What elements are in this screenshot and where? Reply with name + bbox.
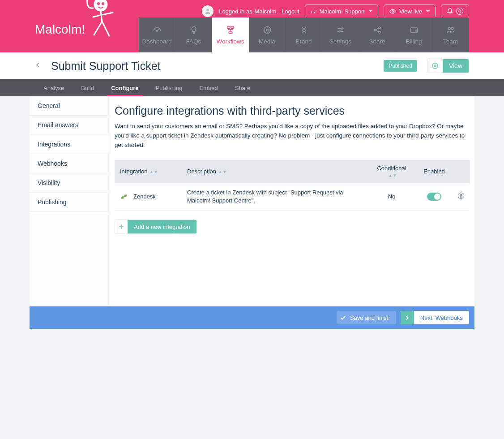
subnav-publishing[interactable]: Publishing [147,79,191,96]
col-enabled: Enabled [416,160,452,183]
svg-point-4 [392,10,394,12]
support-dropdown[interactable]: Malcolm! Support [305,4,378,18]
nav-billing[interactable]: Billing [396,17,432,52]
svg-point-19 [432,63,438,69]
eye-icon [389,8,396,15]
plus-icon [115,220,128,233]
logout-link[interactable]: Logout [282,8,299,15]
next-button[interactable]: Next: Webhooks [401,311,469,324]
svg-rect-8 [229,31,232,33]
nav-brand[interactable]: Brand [286,17,322,52]
login-status: Logged in as Malcolm [219,8,276,15]
nav-workflows[interactable]: Workflows [212,17,249,52]
subnav-configure[interactable]: Configure [103,79,147,96]
eye-icon [427,59,443,73]
title-bar: Submit Support Ticket Published View [0,52,504,79]
integration-name[interactable]: Zendesk [133,193,156,200]
username-link[interactable]: Malcolm [255,8,276,15]
sidebar-general[interactable]: General [30,96,110,116]
nav-label: Media [259,38,275,45]
wallet-icon [410,26,419,34]
nav-label: Dashboard [142,38,171,45]
enabled-toggle[interactable] [427,193,441,201]
col-integration[interactable]: Integration▲▼ [115,160,182,183]
sort-icon: ▲▼ [149,171,158,173]
team-icon [446,26,455,34]
svg-point-1 [97,2,100,5]
col-label: Conditional [377,165,406,172]
col-label: Description [187,168,216,175]
sort-icon: ▲▼ [388,174,397,176]
svg-point-17 [448,27,450,30]
sidebar-email[interactable]: Email answers [30,116,110,135]
svg-rect-7 [231,26,233,28]
sidebar-visibility[interactable]: Visibility [30,173,110,193]
nav-media[interactable]: Media [249,17,286,52]
chevron-right-icon [401,311,414,324]
add-integration-button[interactable]: Add a new integration [115,220,197,234]
nav-team[interactable]: Team [432,17,469,52]
nav-share[interactable]: Share [359,17,396,52]
check-icon [337,314,350,321]
delete-button[interactable] [457,194,465,201]
nav-dashboard[interactable]: Dashboard [139,17,175,52]
svg-rect-6 [227,26,230,28]
monkey-icon [81,0,125,55]
next-button-label: Next: Webhooks [414,314,469,321]
col-label: Integration [120,168,147,175]
save-button[interactable]: Save and finish [337,311,396,324]
svg-point-20 [434,65,436,67]
chevron-down-icon [369,10,372,12]
notifications-button[interactable]: 0 [441,4,469,18]
nav-label: FAQs [186,38,201,45]
subnav-share[interactable]: Share [226,79,259,96]
sliders-icon [336,26,345,34]
logged-in-prefix: Logged in as [219,8,252,15]
nav-label: Workflows [216,38,244,45]
sidebar-publishing[interactable]: Publishing [30,193,110,212]
subnav-build[interactable]: Build [73,79,103,96]
support-dropdown-label: Malcolm! Support [320,8,365,15]
svg-point-11 [341,28,342,29]
integrations-table: Integration▲▼ Description▲▼ Conditional▲… [115,160,470,211]
chevron-down-icon [426,10,430,12]
nav-settings[interactable]: Settings [322,17,359,52]
back-button[interactable] [35,62,41,70]
add-integration-label: Add a new integration [128,220,196,233]
zendesk-icon [120,193,128,201]
dna-icon [299,26,308,34]
brand-logo: Malcolm! [35,22,85,37]
svg-point-2 [102,2,104,5]
nav-faqs[interactable]: FAQs [175,17,212,52]
svg-point-0 [94,0,107,11]
svg-point-18 [451,27,453,30]
svg-point-10 [266,29,268,31]
header: Malcolm! Logged in as Malcolm Logout [0,0,504,52]
sub-nav: Analyse Build Configure Publishing Embed… [0,79,504,96]
table-row: Zendesk Create a ticket in Zendesk with … [115,183,470,211]
sidebar-webhooks[interactable]: Webhooks [30,154,110,173]
svg-point-21 [458,193,464,199]
view-button[interactable]: View [427,59,469,73]
media-icon [263,26,272,34]
subnav-embed[interactable]: Embed [191,79,226,96]
svg-point-12 [339,30,340,32]
col-description[interactable]: Description▲▼ [182,160,367,183]
nav-label: Team [443,38,458,45]
bars-icon [311,9,316,14]
subnav-analyse[interactable]: Analyse [35,79,73,96]
notification-count: 0 [456,8,463,15]
share-icon [373,26,382,34]
sidebar-integrations[interactable]: Integrations [30,135,110,154]
nav-label: Brand [295,38,312,45]
view-live-dropdown[interactable]: View live [384,4,436,18]
chevron-left-icon [35,62,41,68]
nav-label: Billing [406,38,422,45]
content: General Email answers Integrations Webho… [30,96,474,306]
avatar[interactable] [202,5,214,17]
sidebar: General Email answers Integrations Webho… [30,96,110,306]
col-conditional[interactable]: Conditional▲▼ [367,160,416,183]
nav-label: Settings [329,38,351,45]
trash-icon [457,192,465,199]
topbar: Logged in as Malcolm Logout Malcolm! Sup… [202,4,469,18]
